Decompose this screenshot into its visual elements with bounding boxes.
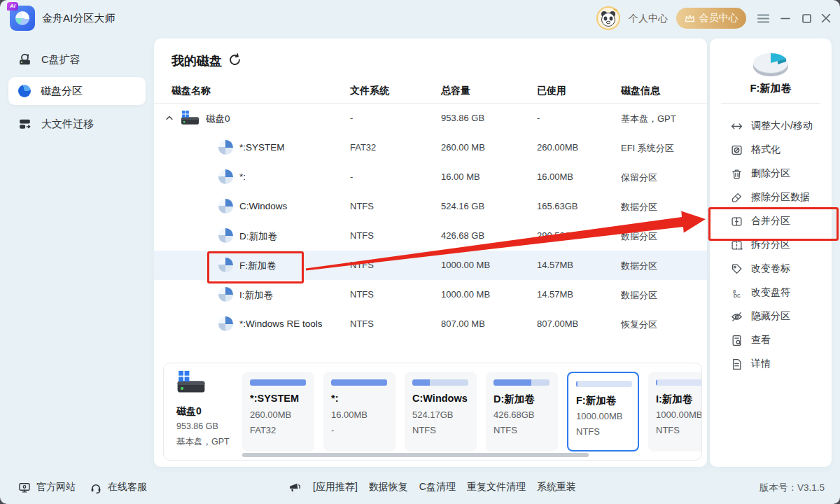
cell-used: 165.63GB (537, 201, 578, 211)
online-service-label: 在线客服 (108, 481, 147, 493)
table-row-d-volume[interactable]: D:新加卷 NTFS 426.68 GB 290.50GB 数据分区 (154, 221, 707, 251)
header-total-capacity: 总容量 (441, 85, 470, 97)
chevron-up-icon[interactable] (165, 114, 174, 122)
partition-card-reserved[interactable]: *: 16.00MB - (323, 372, 396, 451)
member-center-button[interactable]: 会员中心 (676, 8, 746, 29)
maximize-icon (802, 14, 811, 23)
card-size: 1000.00MB (576, 411, 623, 421)
horizontal-scrollbar[interactable] (242, 453, 589, 457)
cell-disk-name: 磁盘0 (206, 113, 230, 125)
cell-total: 426.68 GB (441, 230, 484, 241)
sidebar-item-disk-partition[interactable]: 磁盘分区 (8, 77, 146, 105)
action-change-drive-letter[interactable]: a bc 改变盘符 (710, 281, 832, 304)
minimize-icon (780, 13, 790, 23)
disk-summary-size: 953.86 GB (176, 421, 218, 431)
partition-pie-icon (218, 287, 233, 302)
table-row-reserved[interactable]: *: - 16.00 MB 16.00MB 保留分区 (154, 162, 707, 192)
action-label: 调整大小/移动 (751, 120, 813, 132)
table-row-windows-re[interactable]: *:Windows RE tools NTFS 807.00 MB 807.00… (154, 309, 707, 339)
table-row-f-volume-selected[interactable]: F:新加卷 NTFS 1000.00 MB 14.57MB 数据分区 (154, 251, 707, 280)
maximize-button[interactable] (798, 10, 815, 27)
document-icon (731, 358, 743, 370)
app-window: AI 金舟AI分区大师 个人中心 会员中心 (0, 0, 840, 504)
table-row-system[interactable]: *:SYSTEM FAT32 260.00 MB 260.00MB EFI 系统… (154, 133, 707, 162)
cell-used: 16.00MB (537, 172, 573, 182)
header-disk-info: 磁盘信息 (621, 85, 660, 97)
action-delete-partition[interactable]: 删除分区 (710, 162, 832, 186)
footer-app-links: [应用推荐] 数据恢复 C盘清理 重复文件清理 系统重装 (288, 470, 576, 504)
ai-badge: AI (7, 2, 18, 10)
eye-off-icon (731, 311, 743, 323)
menu-button[interactable] (755, 10, 771, 27)
action-view[interactable]: 查看 (710, 328, 832, 352)
cell-disk-name: I:新加卷 (239, 289, 273, 302)
cell-total: 953.86 GB (441, 113, 484, 123)
action-details[interactable]: 详情 (710, 352, 832, 376)
partition-card-c-windows[interactable]: C:Windows 524.17GB NTFS (405, 372, 477, 451)
footer-link-c-clean[interactable]: C盘清理 (419, 481, 456, 493)
profile-center-link[interactable]: 个人中心 (629, 13, 668, 25)
partition-card-system[interactable]: *:SYSTEM 260.00MB FAT32 (242, 372, 314, 451)
megaphone-icon (288, 482, 302, 493)
action-label: 格式化 (751, 144, 780, 156)
cell-disk-name: *:SYSTEM (239, 142, 285, 153)
footer-link-duplicate-clean[interactable]: 重复文件清理 (467, 481, 526, 493)
table-row-c-windows[interactable]: C:Windows NTFS 524.16 GB 165.63GB 数据分区 (154, 192, 707, 221)
user-avatar[interactable] (596, 6, 620, 30)
footer-link-data-recovery[interactable]: 数据恢复 (369, 481, 408, 493)
sidebar-item-label: 大文件迁移 (41, 118, 94, 131)
cell-info: 恢复分区 (621, 318, 657, 331)
cell-used: 260.00MB (537, 142, 578, 153)
partition-card-f-volume-selected[interactable]: F:新加卷 1000.00MB NTFS (567, 372, 639, 451)
cell-info: EFI 系统分区 (621, 142, 674, 155)
action-format[interactable]: 格式化 (710, 138, 832, 162)
cell-fs: NTFS (350, 230, 374, 241)
logo-pie-icon (15, 11, 29, 25)
partition-card-d-volume[interactable]: D:新加卷 426.68GB NTFS (486, 372, 558, 451)
file-migrate-icon (18, 118, 31, 130)
minimize-button[interactable] (777, 10, 794, 27)
cell-fs: NTFS (350, 318, 374, 329)
disk-summary-name: 磁盘0 (176, 405, 202, 418)
table-row-disk0[interactable]: 磁盘0 - 953.86 GB - 基本盘，GPT (154, 104, 707, 133)
action-change-volume-label[interactable]: 改变卷标 (710, 257, 832, 281)
partition-pie-icon (218, 316, 233, 331)
card-title: F:新加卷 (576, 394, 616, 407)
partition-card-i-volume[interactable]: I:新加卷 1000.00MB NTFS (648, 372, 702, 451)
online-service-link[interactable]: 在线客服 (90, 470, 147, 504)
card-fs: NTFS (656, 425, 680, 435)
cell-fs: NTFS (350, 260, 374, 270)
action-label: 擦除分区数据 (751, 191, 810, 204)
action-hide-partition[interactable]: 隐藏分区 (710, 304, 832, 328)
sidebar-item-big-file-migration[interactable]: 大文件迁移 (8, 110, 146, 138)
partition-map: 磁盘0 953.86 GB 基本盘，GPT *:SYSTEM 260.00MB … (163, 363, 702, 461)
footer-bar: 官方网站 在线客服 [应用推荐] 数据恢复 C盘清理 重复文件清理 系统重装 版… (0, 470, 840, 504)
action-split-partition[interactable]: 拆分分区 (710, 233, 832, 257)
usage-bar (250, 379, 306, 386)
cell-used: 290.50GB (537, 230, 578, 241)
hamburger-icon (757, 14, 769, 23)
footer-link-app-recommend[interactable]: [应用推荐] (313, 481, 358, 493)
partition-pie-icon (218, 258, 233, 272)
close-button[interactable] (818, 10, 834, 27)
header-disk-name: 磁盘名称 (172, 85, 211, 97)
refresh-button[interactable] (228, 53, 241, 69)
sidebar-item-c-drive-expand[interactable]: C盘扩容 (8, 46, 146, 74)
cell-fs: NTFS (350, 289, 374, 300)
headset-icon (90, 482, 102, 493)
sidebar-item-label: 磁盘分区 (41, 85, 83, 98)
official-website-link[interactable]: 官方网站 (18, 470, 76, 504)
official-website-label: 官方网站 (36, 481, 76, 493)
disk-expand-icon (18, 53, 31, 66)
action-merge-partition[interactable]: 合并分区 (710, 209, 832, 233)
partition-actions-panel: F:新加卷 调整大小/移动 格式化 删除分区 擦除 (710, 38, 832, 467)
header-file-system: 文件系统 (350, 85, 389, 97)
cell-total: 1000.00 MB (441, 260, 490, 270)
sidebar-item-label: C盘扩容 (41, 53, 80, 66)
action-resize-move[interactable]: 调整大小/移动 (710, 114, 832, 138)
action-erase-partition-data[interactable]: 擦除分区数据 (710, 186, 832, 209)
cell-info: 数据分区 (621, 230, 657, 243)
table-row-i-volume[interactable]: I:新加卷 NTFS 1000.00 MB 14.57MB 数据分区 (154, 280, 707, 309)
page-title: 我的磁盘 (172, 52, 222, 69)
footer-link-system-reinstall[interactable]: 系统重装 (537, 481, 576, 493)
